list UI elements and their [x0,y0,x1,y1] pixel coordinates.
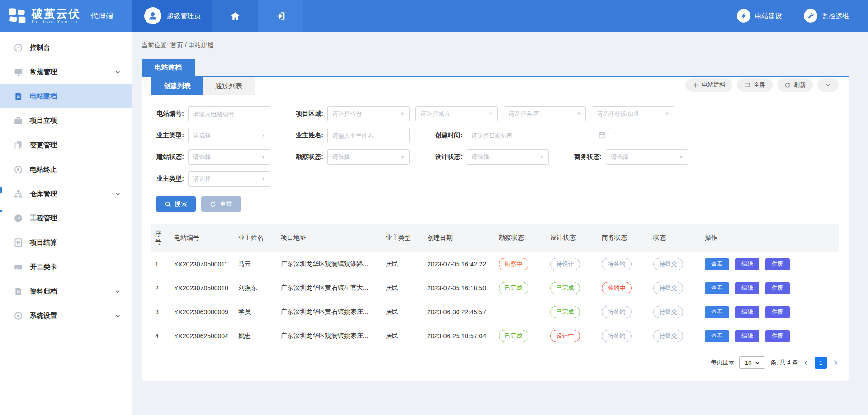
filter-label: 业主类型: [151,175,184,183]
nav-monitor-ops-label: 监控运维 [822,12,849,20]
sidebar-item-console[interactable]: 控制台 [0,35,132,60]
briefcase-icon [14,116,23,126]
wrench-icon [804,9,817,23]
edit-button[interactable]: 编辑 [735,258,760,270]
sidebar-item-engineering-mgmt[interactable]: 工程管理 [0,206,132,230]
county-select[interactable]: 请选择县/区▼ [504,106,586,121]
design-status-select[interactable]: 请选择▼ [467,149,549,165]
status-badge: 待签约 [602,330,632,342]
tabs-row: 创建列表 通过列表 电站建档 全屏 [151,77,839,95]
void-button[interactable]: 作废 [765,306,790,318]
page-number[interactable]: 1 [815,357,827,369]
chevron-down-icon [825,82,831,88]
status-badge: 已完成 [499,330,528,342]
tabs: 创建列表 通过列表 [151,77,255,95]
per-page-select[interactable]: 10 [739,356,765,369]
search-button[interactable]: 搜索 [156,196,196,212]
logo-divider [86,9,86,23]
col-status: 状态 [650,224,701,252]
tab-passed-list[interactable]: 通过列表 [203,77,255,95]
collapse-toolbar-button[interactable] [817,78,839,92]
tab-create-list[interactable]: 创建列表 [151,77,203,95]
caret-down-icon: ▼ [261,133,265,138]
view-button[interactable]: 查看 [705,330,729,342]
edit-button[interactable]: 编辑 [735,306,760,318]
status-badge: 已完成 [499,282,528,294]
view-button[interactable]: 查看 [705,306,729,318]
next-page-button[interactable] [832,359,839,366]
create-station-button[interactable]: 电站建档 [685,78,732,92]
status-badge: 待签约 [602,258,632,270]
calculator-icon [14,238,23,247]
filter-build-status: 建站状态: 请选择▼ [151,149,270,165]
sidebar-item-label: 项目结算 [30,238,57,247]
avatar [144,7,161,24]
nav-station-build[interactable]: 电站建设 [737,9,782,23]
refresh-icon [784,82,791,88]
fullscreen-button[interactable]: 全屏 [737,78,773,92]
document-icon [14,92,23,101]
sidebar-item-project-settlement[interactable]: 项目结算 [0,230,132,255]
status-badge: 待签约 [602,306,632,318]
owner-type-2-select[interactable]: 请选择▼ [188,171,270,187]
settings-icon [14,311,23,321]
chevron-right-icon [832,359,839,366]
prev-page-button[interactable] [803,359,810,366]
user-menu[interactable]: 超级管理员 [132,0,212,32]
logo-badge: 代理端 [90,11,113,21]
sidebar-item-label: 电站建档 [30,92,57,101]
sidebar-item-type2-card[interactable]: 开二类卡 [0,255,132,279]
home-button[interactable] [212,0,258,32]
business-status-select[interactable]: 请选择▼ [606,149,688,165]
table-row: 3 YX2023063000009 学员 广东深圳龙华区黄石镇姚家庄... 居民… [151,300,839,324]
sidebar-item-archives[interactable]: 资料归档 [0,279,132,303]
reset-button[interactable]: 重置 [201,196,241,212]
void-button[interactable]: 作废 [765,330,790,342]
status-badge: 待提交 [653,330,683,342]
sidebar-item-label: 常规管理 [30,68,57,76]
home-icon [230,11,241,21]
sidebar-item-station-filing[interactable]: 电站建档 [0,84,132,108]
town-select[interactable]: 请选择村镇/街道▼ [592,106,674,121]
col-survey: 勘察状态 [495,224,547,252]
status-badge: 已完成 [550,306,580,318]
chevron-down-icon [115,289,121,294]
sidebar-scrollbar[interactable] [0,187,2,193]
station-code-input[interactable] [188,106,270,121]
edit-button[interactable]: 编辑 [735,330,760,342]
sidebar-item-change-mgmt[interactable]: 变更管理 [0,133,132,157]
breadcrumb-path[interactable]: 首页 / 电站建档 [170,42,214,49]
edit-button[interactable]: 编辑 [735,282,760,294]
build-status-select[interactable]: 请选择▼ [188,149,270,165]
view-button[interactable]: 查看 [705,258,729,270]
sidebar-item-general-mgmt[interactable]: 常规管理 [0,60,132,84]
sidebar-item-system-settings[interactable]: 系统设置 [0,303,132,328]
page-tab-station-filing[interactable]: 电站建档 [142,59,195,76]
void-button[interactable]: 作废 [765,258,790,270]
logo-title: 破茧云伏 [32,8,80,19]
date-range-input[interactable] [467,128,610,143]
sidebar-scrollbar[interactable] [0,210,2,212]
logout-button[interactable] [258,0,303,32]
sidebar-item-station-termination[interactable]: 电站终止 [0,157,132,182]
owner-type-select[interactable]: 请选择▼ [188,128,270,143]
sidebar-item-warehouse-mgmt[interactable]: 仓库管理 [0,182,132,206]
void-button[interactable]: 作废 [765,282,790,294]
table-header-row: 序号 电站编号 业主姓名 项目地址 业主类型 创建日期 勘察状态 设计状态 商务… [151,224,839,252]
sidebar-item-project-approval[interactable]: 项目立项 [0,108,132,133]
refresh-button[interactable]: 刷新 [777,78,813,92]
city-select[interactable]: 请选择城市▼ [415,106,498,121]
view-button[interactable]: 查看 [705,282,729,294]
stations-table: 序号 电站编号 业主姓名 项目地址 业主类型 创建日期 勘察状态 设计状态 商务… [151,224,839,348]
status-badge: 已完成 [550,282,580,294]
nav-monitor-ops[interactable]: 监控运维 [804,9,849,23]
province-select[interactable]: 请选择省份▼ [327,106,410,121]
filter-region: 项目区域: 请选择省份▼ 请选择城市▼ 请选择县/区▼ 请选择村镇/街道▼ [291,106,674,121]
copy-icon [14,140,23,150]
survey-status-select[interactable]: 请选择▼ [327,149,410,165]
calendar-icon[interactable] [598,131,606,139]
filter-label: 建站状态: [151,153,184,161]
logo-subtitle: Po Jian Yun Fu [32,19,80,24]
filter-create-time: 创建时间: [430,128,610,143]
owner-name-input[interactable] [327,128,410,143]
